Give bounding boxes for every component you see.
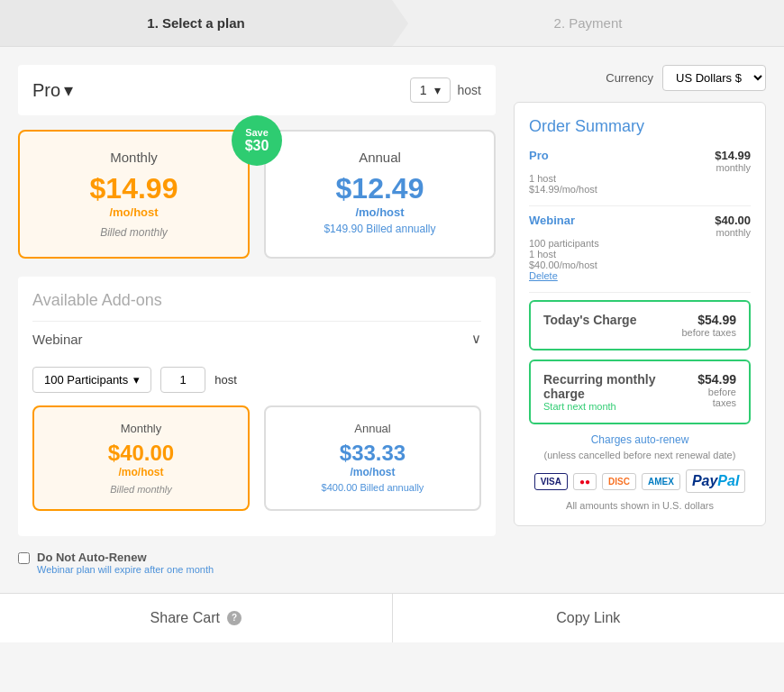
webinar-annual-per-host: /mo/host bbox=[280, 466, 465, 478]
order-item-webinar-detail1: 100 participants bbox=[529, 238, 751, 249]
share-cart-label: Share Cart bbox=[150, 610, 220, 626]
todays-charge-label: Today's Charge bbox=[543, 313, 636, 327]
discover-icon: DISC bbox=[602, 473, 636, 490]
order-item-webinar-detail2: 1 host bbox=[529, 249, 751, 260]
left-panel: Pro ▾ 1 ▾ host Monthly $14.99 /mo/host B… bbox=[18, 65, 496, 575]
order-item-pro-detail2: $14.99/mo/host bbox=[529, 184, 751, 195]
order-item-webinar-tag: monthly bbox=[715, 227, 751, 238]
todays-charge-left: Today's Charge bbox=[543, 313, 636, 327]
order-item-pro-tag: monthly bbox=[715, 162, 751, 173]
webinar-monthly-billed: Billed monthly bbox=[49, 484, 233, 495]
todays-charge-amount: $54.99 bbox=[681, 313, 736, 327]
usd-note-text: All amounts shown in U.S. dollars bbox=[566, 500, 714, 511]
webinar-chevron-icon: ∨ bbox=[471, 331, 481, 347]
order-item-pro-price: $14.99 bbox=[715, 149, 751, 162]
usd-note: All amounts shown in U.S. dollars bbox=[529, 500, 751, 511]
webinar-annual-price: $33.33 bbox=[280, 441, 465, 466]
annual-billed: $149.90 Billed annually bbox=[284, 223, 476, 235]
annual-plan-type: Annual bbox=[284, 150, 476, 165]
recurring-charge-sub: before taxes bbox=[687, 387, 736, 408]
plan-header: Pro ▾ 1 ▾ host bbox=[18, 65, 496, 115]
webinar-addon-body: 100 Participants ▾ host Monthly $40.00 /… bbox=[32, 356, 481, 522]
bottom-buttons: Share Cart ? Copy Link bbox=[0, 593, 784, 642]
visa-icon: VISA bbox=[534, 473, 568, 490]
monthly-plan-card[interactable]: Monthly $14.99 /mo/host Billed monthly bbox=[18, 130, 250, 259]
host-label: host bbox=[458, 83, 481, 97]
order-item-webinar: Webinar $40.00 monthly 100 participants … bbox=[529, 214, 751, 281]
order-summary: Order Summary Pro $14.99 monthly 1 host … bbox=[514, 102, 766, 526]
webinar-annual-type: Annual bbox=[280, 422, 465, 435]
addons-title: Available Add-ons bbox=[32, 291, 481, 310]
save-badge: Save $30 bbox=[232, 115, 282, 166]
step-1-label: 1. Select a plan bbox=[147, 15, 244, 31]
recurring-charge-amount: $54.99 bbox=[687, 372, 736, 387]
step-1[interactable]: 1. Select a plan bbox=[0, 0, 392, 46]
order-item-webinar-name: Webinar bbox=[529, 214, 575, 227]
webinar-addon-header[interactable]: Webinar ∨ bbox=[32, 321, 481, 356]
host-quantity-select[interactable]: 1 ▾ bbox=[410, 77, 451, 103]
auto-renew-text: Do Not Auto-Renew Webinar plan will expi… bbox=[37, 551, 214, 575]
paypal-icon: PayPal bbox=[686, 469, 745, 493]
annual-price: $12.49 bbox=[284, 172, 476, 205]
auto-renew-row: Do Not Auto-Renew Webinar plan will expi… bbox=[18, 551, 496, 575]
plan-title-text: Pro bbox=[32, 80, 60, 101]
host-selector: 1 ▾ host bbox=[410, 77, 481, 103]
annual-plan-card[interactable]: Annual $12.49 /mo/host $149.90 Billed an… bbox=[264, 130, 496, 259]
webinar-participants-select[interactable]: 100 Participants ▾ bbox=[32, 367, 151, 393]
order-item-pro-row: Pro $14.99 monthly bbox=[529, 149, 751, 173]
annual-per-host: /mo/host bbox=[284, 205, 476, 219]
currency-row: Currency US Dollars $ bbox=[514, 65, 766, 91]
order-item-webinar-delete[interactable]: Delete bbox=[529, 270, 751, 281]
step-2-label: 2. Payment bbox=[554, 15, 623, 31]
webinar-monthly-card[interactable]: Monthly $40.00 /mo/host Billed monthly bbox=[32, 405, 250, 511]
monthly-plan-type: Monthly bbox=[38, 150, 230, 165]
todays-charge-sub: before taxes bbox=[681, 327, 736, 338]
order-item-webinar-price: $40.00 bbox=[715, 214, 751, 227]
order-item-webinar-detail3: $40.00/mo/host bbox=[529, 260, 751, 270]
webinar-monthly-type: Monthly bbox=[49, 422, 233, 435]
recurring-charge-label: Recurring monthly charge bbox=[543, 372, 687, 401]
copy-link-label: Copy Link bbox=[556, 610, 620, 625]
plan-title-button[interactable]: Pro ▾ bbox=[32, 79, 73, 101]
order-item-webinar-row: Webinar $40.00 monthly bbox=[529, 214, 751, 238]
recurring-charge-left: Recurring monthly charge Start next mont… bbox=[543, 372, 687, 412]
auto-renew-notice: Charges auto-renew bbox=[529, 433, 751, 446]
webinar-pricing-cards: Monthly $40.00 /mo/host Billed monthly A… bbox=[32, 405, 481, 511]
webinar-addon: Webinar ∨ 100 Participants ▾ host bbox=[32, 321, 481, 522]
payment-icons: VISA ●● DISC AMEX PayPal bbox=[529, 469, 751, 493]
order-item-webinar-right: $40.00 monthly bbox=[715, 214, 751, 238]
currency-label: Currency bbox=[606, 71, 653, 85]
monthly-per-host: /mo/host bbox=[38, 205, 230, 219]
webinar-annual-billed: $400.00 Billed annually bbox=[280, 482, 465, 493]
webinar-monthly-price: $40.00 bbox=[49, 441, 233, 466]
main-content: Pro ▾ 1 ▾ host Monthly $14.99 /mo/host B… bbox=[0, 47, 784, 593]
todays-charge-right: $54.99 before taxes bbox=[681, 313, 736, 338]
copy-link-button[interactable]: Copy Link bbox=[393, 594, 785, 642]
mastercard-icon: ●● bbox=[573, 473, 597, 490]
auto-renew-sub: (unless cancelled before next renewal da… bbox=[529, 450, 751, 460]
share-cart-button[interactable]: Share Cart ? bbox=[0, 594, 393, 642]
monthly-price: $14.99 bbox=[38, 172, 230, 205]
recurring-charge-right: $54.99 before taxes bbox=[687, 372, 736, 408]
auto-renew-checkbox[interactable] bbox=[18, 552, 30, 564]
webinar-annual-card[interactable]: Annual $33.33 /mo/host $400.00 Billed an… bbox=[264, 405, 481, 511]
host-select-arrow-icon: ▾ bbox=[434, 83, 441, 97]
question-icon: ? bbox=[227, 611, 242, 625]
step-2[interactable]: 2. Payment bbox=[392, 0, 784, 46]
recurring-charge-sublabel: Start next month bbox=[543, 401, 687, 412]
order-item-pro-right: $14.99 monthly bbox=[715, 149, 751, 173]
currency-select[interactable]: US Dollars $ bbox=[662, 65, 766, 91]
webinar-monthly-per-host: /mo/host bbox=[49, 466, 233, 478]
order-divider bbox=[529, 205, 751, 206]
plan-dropdown-arrow: ▾ bbox=[64, 79, 73, 101]
webinar-host-qty-input[interactable] bbox=[160, 367, 205, 393]
addons-section: Available Add-ons Webinar ∨ 100 Particip… bbox=[18, 277, 496, 536]
webinar-host-label: host bbox=[214, 373, 237, 387]
order-divider-2 bbox=[529, 292, 751, 293]
auto-renew-note: Webinar plan will expire after one month bbox=[37, 564, 214, 575]
amex-icon: AMEX bbox=[642, 473, 680, 490]
webinar-participants-label: 100 Participants bbox=[44, 373, 128, 387]
webinar-participants-arrow-icon: ▾ bbox=[133, 373, 140, 387]
breadcrumb: 1. Select a plan 2. Payment bbox=[0, 0, 784, 47]
order-item-pro-name: Pro bbox=[529, 149, 549, 162]
